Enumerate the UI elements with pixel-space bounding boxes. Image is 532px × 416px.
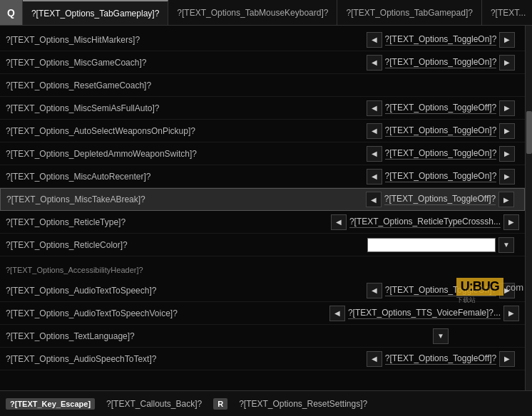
- value-audio-speech-to-text: ?[TEXT_Options_ToggleOff]?: [385, 353, 497, 365]
- tab-gameplay[interactable]: ?[TEXT_Options_TabGameplay]?: [23, 0, 168, 25]
- option-misc-game-coach: ?[TEXT_Options_MiscGameCoach]? ◀ ?[TEXT_…: [0, 51, 525, 74]
- arrow-left-misc-auto-recenter[interactable]: ◀: [367, 169, 382, 184]
- reset-label: ?[TEXT_Options_ResetSettings]?: [239, 399, 367, 409]
- arrow-left-auto-select[interactable]: ◀: [367, 123, 382, 139]
- color-bar-reticle[interactable]: [367, 238, 496, 252]
- watermark-com: .com: [503, 282, 523, 293]
- option-control-misc-game-coach: ◀ ?[TEXT_Options_ToggleOn]? ▶: [362, 55, 519, 71]
- option-text-language: ?[TEXT_Options_TextLanguage]? ▼: [0, 325, 525, 348]
- value-misc-take-break: ?[TEXT_Options_ToggleOff]?: [384, 194, 496, 205]
- watermark-download: 下载站: [456, 296, 523, 305]
- option-label-misc-semi-full: ?[TEXT_Options_MiscSemiAsFullAuto]?: [6, 103, 362, 113]
- option-control-misc-take-break: ◀ ?[TEXT_Options_ToggleOff]? ▶: [362, 192, 518, 207]
- tab-more[interactable]: ?[TEXT...: [482, 0, 532, 25]
- option-control-reticle-color: ▼: [362, 237, 519, 253]
- reset-key: R: [213, 398, 227, 410]
- option-misc-take-break: ?[TEXT_Options_MiscTakeABreak]? ◀ ?[TEXT…: [0, 188, 525, 211]
- option-control-auto-select: ◀ ?[TEXT_Options_ToggleOn]? ▶: [362, 123, 519, 139]
- option-label-accessibility-header: ?[TEXT_Options_AccessibilityHeader]?: [6, 266, 519, 274]
- value-misc-semi-full: ?[TEXT_Options_ToggleOff]?: [385, 103, 497, 114]
- arrow-right-misc-auto-recenter[interactable]: ▶: [499, 169, 515, 184]
- option-depleted-ammo: ?[TEXT_Options_DepletedAmmoWeaponSwitch]…: [0, 142, 525, 165]
- arrow-left-audio-tts-voice[interactable]: ◀: [329, 306, 345, 321]
- tab-gamepad-label: ?[TEXT_Options_TabGamepad]?: [346, 8, 472, 18]
- option-control-audio-speech-to-text: ◀ ?[TEXT_Options_ToggleOff]? ▶: [362, 351, 519, 367]
- value-auto-select: ?[TEXT_Options_ToggleOn]?: [385, 125, 497, 137]
- arrow-left-misc-take-break[interactable]: ◀: [366, 192, 382, 207]
- tab-mouse-label: ?[TEXT_Options_TabMouseKeyboard]?: [177, 8, 328, 18]
- scrollbar-track[interactable]: [525, 26, 532, 390]
- option-label-misc-take-break: ?[TEXT_Options_MiscTakeABreak]?: [6, 194, 362, 204]
- bottom-bar: ?[TEXT_Key_Escape] ?[TEXT_Callouts_Back]…: [0, 390, 532, 416]
- option-label-text-language: ?[TEXT_Options_TextLanguage]?: [6, 331, 362, 341]
- option-audio-tts: ?[TEXT_Options_AudioTextToSpeech]? ◀ ?[T…: [0, 279, 525, 302]
- arrow-right-audio-speech-to-text[interactable]: ▶: [499, 351, 515, 367]
- arrow-right-auto-select[interactable]: ▶: [499, 123, 515, 139]
- option-misc-semi-full: ?[TEXT_Options_MiscSemiAsFullAuto]? ◀ ?[…: [0, 97, 525, 120]
- option-control-text-language: ▼: [362, 328, 519, 344]
- option-misc-hit-markers: ?[TEXT_Options_MiscHitMarkers]? ◀ ?[TEXT…: [0, 28, 525, 51]
- arrow-right-misc-game-coach[interactable]: ▶: [499, 55, 515, 71]
- option-label-auto-select: ?[TEXT_Options_AutoSelectWeaponsOnPickup…: [6, 126, 362, 136]
- tab-q[interactable]: Q: [0, 0, 23, 25]
- dropdown-reticle-color[interactable]: ▼: [498, 237, 514, 253]
- option-control-misc-semi-full: ◀ ?[TEXT_Options_ToggleOff]? ▶: [362, 100, 519, 116]
- arrow-left-misc-game-coach[interactable]: ◀: [367, 55, 382, 71]
- option-reticle-color: ?[TEXT_Options_ReticleColor]? ▼: [0, 234, 525, 256]
- value-audio-tts-voice: ?[TEXT_Options_TTS_VoiceFemale]?...: [348, 308, 501, 319]
- arrow-left-depleted-ammo[interactable]: ◀: [367, 146, 382, 162]
- option-label-reticle-color: ?[TEXT_Options_ReticleColor]?: [6, 240, 362, 250]
- option-label-misc-hit-markers: ?[TEXT_Options_MiscHitMarkers]?: [6, 35, 362, 45]
- option-reset-game-coach: ?[TEXT_Options_ResetGameCoach]?: [0, 74, 525, 97]
- option-control-audio-tts-voice: ◀ ?[TEXT_Options_TTS_VoiceFemale]?... ▶: [329, 306, 519, 321]
- option-label-audio-tts: ?[TEXT_Options_AudioTextToSpeech]?: [6, 286, 362, 296]
- watermark: U:BUG.com 下载站: [456, 278, 523, 305]
- main-content: ?[TEXT_Options_MiscHitMarkers]? ◀ ?[TEXT…: [0, 26, 532, 390]
- tab-q-label: Q: [7, 7, 15, 19]
- value-depleted-ammo: ?[TEXT_Options_ToggleOn]?: [385, 148, 497, 160]
- value-misc-game-coach: ?[TEXT_Options_ToggleOn]?: [385, 57, 497, 68]
- option-label-audio-tts-voice: ?[TEXT_Options_AudioTextToSpeechVoice]?: [6, 308, 329, 318]
- arrow-left-misc-semi-full[interactable]: ◀: [367, 100, 382, 116]
- option-label-reset-game-coach: ?[TEXT_Options_ResetGameCoach]?: [6, 80, 519, 90]
- tab-mouse[interactable]: ?[TEXT_Options_TabMouseKeyboard]?: [168, 0, 337, 25]
- arrow-right-depleted-ammo[interactable]: ▶: [499, 146, 515, 162]
- option-label-misc-auto-recenter: ?[TEXT_Options_MiscAutoRecenter]?: [6, 172, 362, 182]
- option-control-misc-hit-markers: ◀ ?[TEXT_Options_ToggleOn]? ▶: [362, 32, 519, 48]
- option-reticle-type: ?[TEXT_Options_ReticleType]? ◀ ?[TEXT_Op…: [0, 211, 525, 234]
- dropdown-text-language[interactable]: ▼: [433, 328, 449, 344]
- back-label: ?[TEXT_Callouts_Back]?: [106, 399, 202, 409]
- watermark-logo: U:BUG: [456, 278, 503, 296]
- option-control-misc-auto-recenter: ◀ ?[TEXT_Options_ToggleOn]? ▶: [362, 169, 519, 184]
- value-misc-hit-markers: ?[TEXT_Options_ToggleOn]?: [385, 34, 497, 46]
- option-accessibility-header: ?[TEXT_Options_AccessibilityHeader]?: [0, 256, 525, 279]
- arrow-right-misc-take-break[interactable]: ▶: [498, 192, 514, 207]
- value-reticle-type: ?[TEXT_Options_ReticleTypeCrosssh...: [349, 217, 501, 228]
- option-control-reticle-type: ◀ ?[TEXT_Options_ReticleTypeCrosssh... ▶: [331, 214, 519, 230]
- option-control-depleted-ammo: ◀ ?[TEXT_Options_ToggleOn]? ▶: [362, 146, 519, 162]
- options-list[interactable]: ?[TEXT_Options_MiscHitMarkers]? ◀ ?[TEXT…: [0, 26, 525, 390]
- arrow-left-audio-tts[interactable]: ◀: [367, 283, 382, 298]
- arrow-left-audio-speech-to-text[interactable]: ◀: [367, 351, 382, 367]
- tabs-bar: Q ?[TEXT_Options_TabGameplay]? ?[TEXT_Op…: [0, 0, 532, 26]
- arrow-right-misc-semi-full[interactable]: ▶: [499, 100, 515, 116]
- arrow-right-reticle-type[interactable]: ▶: [503, 214, 519, 230]
- value-misc-auto-recenter: ?[TEXT_Options_ToggleOn]?: [385, 171, 497, 182]
- option-label-audio-speech-to-text: ?[TEXT_Options_AudioSpeechToText]?: [6, 354, 362, 364]
- arrow-left-misc-hit-markers[interactable]: ◀: [367, 32, 382, 48]
- tab-gamepad[interactable]: ?[TEXT_Options_TabGamepad]?: [337, 0, 481, 25]
- scrollbar-thumb[interactable]: [526, 111, 532, 154]
- option-audio-speech-to-text: ?[TEXT_Options_AudioSpeechToText]? ◀ ?[T…: [0, 348, 525, 370]
- back-key: ?[TEXT_Key_Escape]: [6, 398, 95, 410]
- tab-more-label: ?[TEXT...: [491, 8, 526, 18]
- option-misc-auto-recenter: ?[TEXT_Options_MiscAutoRecenter]? ◀ ?[TE…: [0, 165, 525, 188]
- option-auto-select: ?[TEXT_Options_AutoSelectWeaponsOnPickup…: [0, 120, 525, 142]
- arrow-right-audio-tts-voice[interactable]: ▶: [503, 306, 519, 321]
- option-label-misc-game-coach: ?[TEXT_Options_MiscGameCoach]?: [6, 58, 362, 68]
- option-label-reticle-type: ?[TEXT_Options_ReticleType]?: [6, 217, 331, 227]
- option-audio-tts-voice: ?[TEXT_Options_AudioTextToSpeechVoice]? …: [0, 302, 525, 325]
- arrow-left-reticle-type[interactable]: ◀: [331, 214, 347, 230]
- option-label-depleted-ammo: ?[TEXT_Options_DepletedAmmoWeaponSwitch]…: [6, 149, 362, 159]
- tab-gameplay-label: ?[TEXT_Options_TabGameplay]?: [31, 9, 159, 19]
- arrow-right-misc-hit-markers[interactable]: ▶: [499, 32, 515, 48]
